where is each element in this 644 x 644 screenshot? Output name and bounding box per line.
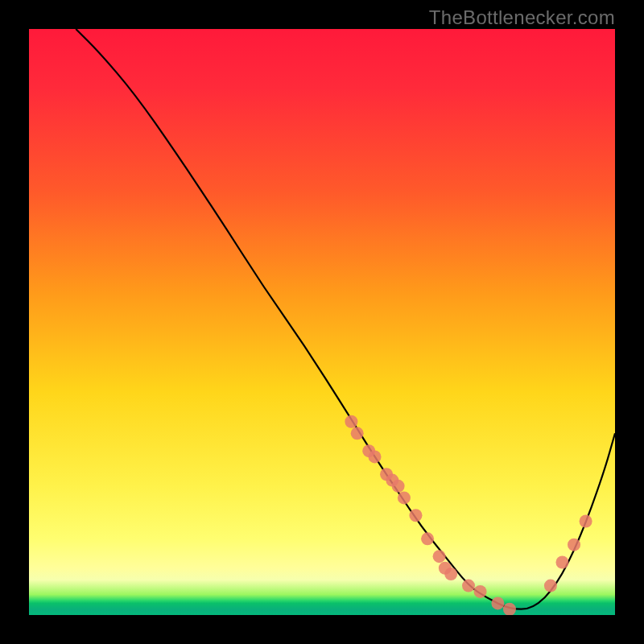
highlight-dot — [369, 450, 382, 463]
highlight-dot — [580, 515, 592, 528]
highlight-dot — [351, 427, 364, 440]
highlight-dot — [474, 585, 487, 598]
chart-gradient-background — [29, 29, 615, 615]
highlight-dot — [433, 550, 446, 563]
highlight-dot — [392, 480, 405, 493]
highlight-dot — [503, 603, 516, 615]
bottleneck-curve — [76, 29, 615, 609]
highlight-dot — [491, 597, 504, 609]
highlight-dot — [398, 491, 411, 504]
highlight-dot — [568, 539, 580, 551]
chart-svg — [29, 29, 615, 615]
highlight-dot — [544, 580, 557, 592]
chart-frame: TheBottlenecker.com — [0, 0, 644, 644]
highlight-dot — [462, 580, 475, 592]
watermark-text: TheBottlenecker.com — [429, 6, 615, 29]
highlight-dot — [409, 509, 422, 522]
highlight-dot — [421, 532, 434, 545]
highlight-dot — [444, 568, 457, 580]
highlight-dot — [345, 415, 357, 428]
highlight-dots-group — [345, 415, 592, 615]
highlight-dot — [555, 555, 568, 568]
